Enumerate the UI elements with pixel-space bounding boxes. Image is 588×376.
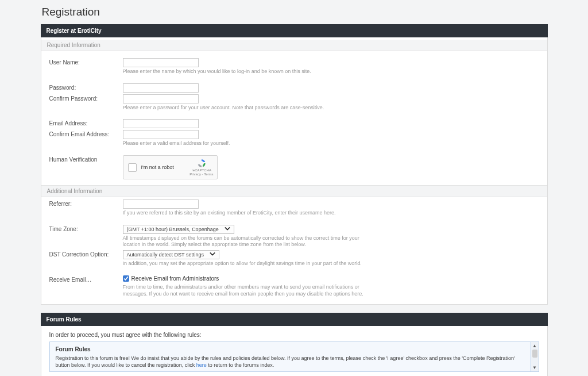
confirm-password-input[interactable] — [123, 94, 199, 103]
timezone-select[interactable]: (GMT +1:00 hour) Brussels, Copenhage — [123, 225, 234, 234]
chevron-down-icon — [210, 252, 215, 258]
receive-email-checkbox[interactable] — [123, 275, 129, 282]
recaptcha-text: I'm not a robot — [137, 164, 190, 170]
additional-info-section: Additional Information — [41, 185, 547, 197]
referrer-hint: If you were referred to this site by an … — [123, 210, 364, 217]
scroll-up-icon[interactable]: ▲ — [531, 343, 539, 348]
password-hint: Please enter a password for your user ac… — [123, 105, 364, 112]
rules-scrollbar[interactable]: ▲ ▼ — [531, 342, 539, 372]
confirm-password-label: Confirm Password: — [49, 94, 123, 112]
forum-rules-title: Forum Rules — [56, 346, 525, 354]
dst-hint: In addition, you may set the appropriate… — [123, 260, 364, 267]
captcha-label: Human Verification — [49, 155, 123, 179]
email-hint: Please enter a valid email address for y… — [123, 140, 364, 147]
recaptcha-widget[interactable]: I'm not a robot reCAPTCHA Privacy - Term… — [123, 155, 218, 179]
register-panel: Required Information User Name: Please e… — [41, 37, 548, 305]
referrer-label: Referrer: — [49, 199, 123, 217]
forum-rules-intro: In order to proceed, you must agree with… — [41, 326, 547, 342]
scroll-down-icon[interactable]: ▼ — [531, 365, 539, 370]
forum-rules-panel: In order to proceed, you must agree with… — [41, 326, 548, 376]
username-label: User Name: — [49, 58, 123, 75]
password-input[interactable] — [123, 83, 199, 93]
receive-email-hint: From time to time, the administrators an… — [123, 284, 364, 297]
forum-rules-header: Forum Rules — [41, 313, 548, 326]
timezone-value: (GMT +1:00 hour) Brussels, Copenhage — [127, 227, 219, 232]
chevron-down-icon — [225, 227, 230, 232]
password-label: Password: — [49, 83, 123, 93]
forum-rules-para1: Registration to this forum is free! We d… — [56, 355, 525, 369]
confirm-email-input[interactable] — [123, 130, 199, 139]
dst-value: Automatically detect DST settings — [127, 252, 204, 258]
receive-email-option-label: Receive Email from Administrators — [131, 275, 219, 282]
recaptcha-icon — [196, 159, 207, 168]
timezone-hint: All timestamps displayed on the forums c… — [123, 235, 364, 248]
forum-rules-here-link[interactable]: here — [196, 362, 207, 368]
email-label: Email Address: — [49, 119, 123, 128]
confirm-email-label: Confirm Email Address: — [49, 130, 123, 147]
dst-select[interactable]: Automatically detect DST settings — [123, 250, 219, 259]
receive-email-option[interactable]: Receive Email from Administrators — [123, 275, 219, 282]
register-header: Register at ErotiCity — [41, 24, 548, 37]
scroll-thumb[interactable] — [532, 350, 537, 358]
forum-rules-box: Forum Rules Registration to this forum i… — [49, 342, 531, 372]
recaptcha-logo: reCAPTCHA Privacy - Terms — [189, 159, 213, 176]
forum-rules-para2: Although the administrators and moderato… — [56, 371, 525, 372]
dst-label: DST Correction Option: — [49, 250, 123, 267]
page-title: Registration — [42, 6, 548, 18]
email-input[interactable] — [123, 119, 199, 128]
referrer-input[interactable] — [123, 199, 199, 209]
required-info-section: Required Information — [41, 40, 547, 51]
username-input[interactable] — [123, 58, 199, 67]
receive-email-label: Receive Email… — [49, 275, 123, 297]
timezone-label: Time Zone: — [49, 225, 123, 248]
username-hint: Please enter the name by which you would… — [123, 68, 364, 75]
recaptcha-checkbox[interactable] — [128, 163, 137, 172]
